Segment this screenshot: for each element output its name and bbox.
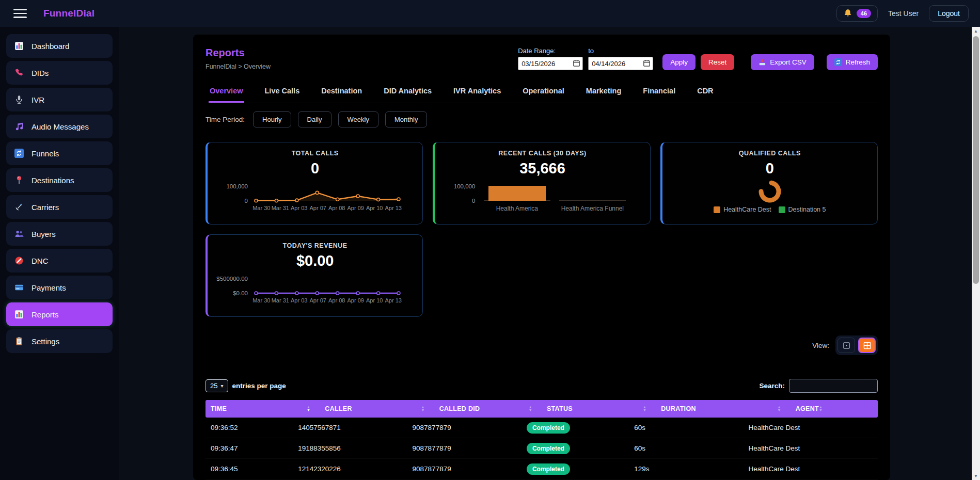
phone-icon (14, 68, 24, 77)
column-header[interactable]: AGENT ▲▼ (791, 405, 832, 412)
scroll-up-arrow[interactable]: ▲ (972, 27, 980, 35)
cell-caller: 19188355856 (293, 444, 407, 452)
sidebar-item-label: IVR (31, 95, 44, 104)
cell-duration: 60s (629, 424, 743, 431)
stat-card-title: TOTAL CALLS (216, 150, 414, 157)
status-badge: Completed (527, 422, 570, 434)
calendar-icon (643, 59, 651, 67)
time-period-button[interactable]: Daily (298, 111, 331, 127)
cell-agent: HealthCare Dest (744, 444, 878, 452)
sidebar-item[interactable]: Destinations (6, 168, 113, 192)
people-icon (14, 229, 24, 238)
sidebar-item[interactable]: Reports (6, 302, 113, 326)
microphone-icon (14, 95, 24, 104)
tab[interactable]: DID Analytics (383, 84, 433, 103)
sidebar-item[interactable]: Buyers (6, 222, 113, 246)
sidebar: Dashboard DIDs IVR Audio Messages Funnel… (0, 27, 119, 480)
table-body: 09:36:52 14057567871 9087877879 Complete… (206, 418, 878, 479)
search-input[interactable] (789, 379, 878, 393)
sidebar-item[interactable]: Settings (6, 329, 113, 353)
calendar-icon (573, 59, 580, 67)
sidebar-item[interactable]: Audio Messages (6, 115, 113, 138)
calls-table: TIME ▲▼ CALLER ▲▼ CALLED DID ▲▼ (206, 400, 878, 479)
tab[interactable]: Destination (320, 84, 363, 103)
column-header[interactable]: DURATION ▲▼ (656, 405, 790, 412)
reset-button[interactable]: Reset (701, 54, 734, 70)
scrollbar[interactable]: ▲ ▼ (972, 27, 980, 480)
sidebar-item[interactable]: Carriers (6, 195, 113, 219)
sort-icon: ▲▼ (421, 406, 424, 412)
tab[interactable]: Operational (521, 84, 565, 103)
column-header[interactable]: CALLER ▲▼ (320, 405, 434, 412)
tab[interactable]: CDR (696, 84, 714, 103)
time-period-button[interactable]: Hourly (253, 111, 291, 127)
cell-time: 09:36:52 (206, 424, 293, 431)
stat-card-value: $0.00 (216, 252, 414, 269)
x-axis-labels: Mar 30Mar 31Apr 03Apr 07Apr 08Apr 09Apr … (252, 297, 403, 303)
stat-cards-grid: TOTAL CALLS0100,0000Mar 30Mar 31Apr 03Ap… (206, 142, 878, 317)
cell-agent: HealthCare Dest (744, 424, 878, 431)
sidebar-item[interactable]: IVR (6, 88, 113, 111)
chart-legend: HealthCare DestDestination 5 (671, 206, 869, 213)
stat-card-total-calls: TOTAL CALLS0100,0000Mar 30Mar 31Apr 03Ap… (206, 142, 423, 225)
todays-revenue-chart: $500000.00$0.00Mar 30Mar 31Apr 03Apr 07A… (216, 273, 414, 303)
notifications-button[interactable]: 46 (836, 5, 878, 22)
time-period-button[interactable]: Monthly (385, 111, 428, 127)
sidebar-item[interactable]: DNC (6, 249, 113, 273)
sidebar-item[interactable]: Funnels (6, 141, 113, 165)
cell-caller: 12142320226 (293, 465, 407, 473)
tab[interactable]: Marketing (585, 84, 623, 103)
sort-icon: ▲▼ (529, 406, 532, 412)
legend-swatch (779, 206, 785, 213)
scrollbar-thumb[interactable] (973, 36, 979, 284)
total-calls-line-svg (252, 180, 403, 204)
sidebar-item-label: Audio Messages (31, 122, 89, 131)
search-label: Search: (759, 382, 785, 390)
prohibited-icon (14, 256, 24, 265)
bar (488, 186, 546, 201)
sidebar-item[interactable]: Dashboard (6, 34, 113, 58)
apply-button[interactable]: Apply (662, 54, 696, 70)
time-period-button[interactable]: Weekly (338, 111, 378, 127)
column-header[interactable]: TIME ▲▼ (206, 405, 320, 412)
cell-duration: 129s (629, 465, 743, 473)
stat-card-todays-revenue: TODAY'S REVENUE$0.00$500000.00$0.00Mar 3… (206, 234, 423, 317)
bell-icon (843, 9, 852, 18)
entries-per-page-select[interactable]: 25 ▾ (206, 379, 228, 392)
tab[interactable]: Live Calls (264, 84, 301, 103)
sidebar-item[interactable]: Payments (6, 276, 113, 299)
table-view-button[interactable] (858, 338, 876, 353)
sidebar-item-label: DNC (31, 257, 49, 265)
bar-slot (479, 180, 555, 204)
stat-card-title: TODAY'S REVENUE (216, 242, 414, 249)
card-view-button[interactable] (837, 338, 855, 353)
breadcrumb: FunnelDial > Overview (206, 63, 271, 70)
funnel-sync-icon (14, 149, 24, 158)
clipboard-icon (14, 337, 24, 346)
tab[interactable]: Financial (642, 84, 676, 103)
bar-chart-icon (14, 310, 24, 319)
status-badge: Completed (527, 443, 570, 454)
hamburger-menu-icon[interactable] (13, 9, 27, 18)
tab[interactable]: IVR Analytics (452, 84, 502, 103)
qualified-calls-donut-svg (756, 178, 783, 205)
column-header[interactable]: CALLED DID ▲▼ (434, 405, 542, 412)
export-csv-button[interactable]: Export CSV (751, 54, 814, 70)
legend-item[interactable]: Destination 5 (779, 206, 826, 213)
reports-panel: Reports FunnelDial > Overview Date Range… (193, 35, 890, 480)
sidebar-item-label: Reports (31, 310, 59, 319)
satellite-icon (14, 202, 24, 212)
table-header-row: TIME ▲▼ CALLER ▲▼ CALLED DID ▲▼ (206, 400, 878, 418)
refresh-button[interactable]: Refresh (827, 54, 878, 70)
logout-button[interactable]: Logout (929, 5, 969, 22)
sidebar-item[interactable]: DIDs (6, 61, 113, 85)
y-axis-labels: 100,0000 (216, 180, 252, 204)
tab[interactable]: Overview (209, 84, 244, 103)
column-header[interactable]: STATUS ▲▼ (542, 405, 656, 412)
scroll-down-arrow[interactable]: ▼ (972, 472, 980, 480)
credit-card-icon (14, 283, 24, 292)
sort-icon: ▲▼ (819, 406, 823, 412)
top-header: FunnelDial 46 Test User Logout (0, 0, 980, 27)
cell-agent: HealthCare Dest (744, 465, 878, 473)
legend-item[interactable]: HealthCare Dest (714, 206, 771, 213)
